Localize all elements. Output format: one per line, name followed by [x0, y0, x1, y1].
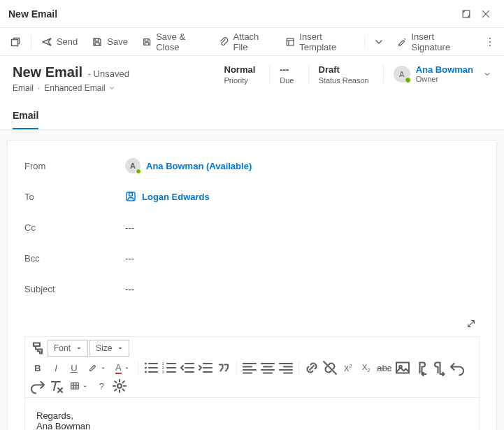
contact-icon [125, 191, 136, 202]
priority-cell[interactable]: Normal Priority [224, 64, 256, 85]
email-card: From A Ana Bowman (Available) To Logan E… [7, 140, 497, 430]
svg-point-4 [489, 41, 491, 43]
cc-row: Cc --- [24, 212, 480, 243]
undo-button[interactable] [449, 359, 466, 376]
overflow-menu-button[interactable] [480, 31, 500, 53]
attach-file-button[interactable]: Attach File [213, 31, 277, 53]
align-center-button[interactable] [259, 359, 276, 376]
owner-cell[interactable]: A Ana Bowman Owner [383, 64, 491, 83]
link-button[interactable] [303, 359, 320, 376]
rte-toolbar: Font Size B I U A 123 [25, 337, 479, 398]
form-selector[interactable]: Enhanced Email [44, 83, 115, 93]
popout-icon[interactable] [456, 4, 476, 24]
subscript-button[interactable]: X2 [358, 359, 375, 376]
svg-point-10 [145, 371, 147, 373]
outdent-button[interactable] [179, 359, 196, 376]
from-label: From [24, 161, 125, 171]
avatar-initial: A [399, 70, 404, 78]
superscript-button[interactable]: X2 [340, 359, 357, 376]
unlink-button[interactable] [322, 359, 338, 376]
save-close-label: Save & Close [156, 31, 205, 52]
svg-rect-16 [71, 383, 79, 389]
entity-label: Email [13, 83, 34, 93]
priority-label: Priority [224, 76, 256, 85]
align-left-button[interactable] [241, 359, 258, 376]
presence-dot [405, 77, 411, 83]
insert-template-more-button[interactable] [369, 31, 389, 53]
body-line: Ana Bowman [36, 421, 468, 430]
blockquote-button[interactable] [215, 359, 232, 376]
insert-template-label: Insert Template [299, 31, 354, 52]
indent-button[interactable] [197, 359, 214, 376]
align-right-button[interactable] [278, 359, 294, 376]
font-color-button[interactable]: A [111, 359, 134, 376]
font-size-label: Size [96, 343, 112, 353]
due-cell[interactable]: --- Due [269, 64, 294, 85]
bcc-value[interactable]: --- [125, 253, 480, 264]
svg-rect-2 [287, 38, 294, 45]
separator [364, 35, 365, 49]
open-record-button[interactable] [4, 31, 27, 53]
email-body-input[interactable]: Regards, Ana Bowman [25, 398, 479, 430]
send-button[interactable]: Send [36, 31, 83, 53]
redo-button[interactable] [29, 378, 46, 394]
bold-button[interactable]: B [29, 359, 46, 376]
insert-template-button[interactable]: Insert Template [280, 31, 360, 53]
rich-text-editor: Font Size B I U A 123 [24, 336, 480, 430]
body-line: Regards, [36, 410, 468, 421]
strikethrough-button[interactable]: abc [376, 359, 393, 376]
chevron-down-icon [108, 85, 115, 92]
avatar: A [394, 66, 410, 83]
avatar-initial: A [130, 162, 136, 170]
form-header: New Email - Unsaved Email Enhanced Email… [0, 56, 504, 97]
chevron-down-icon [483, 70, 491, 78]
rtl-button[interactable] [431, 359, 447, 376]
page-title: New Email [13, 64, 82, 80]
tab-email[interactable]: Email [13, 103, 38, 129]
owner-name: Ana Bowman [416, 64, 473, 75]
ltr-button[interactable] [412, 359, 429, 376]
to-name: Logan Edwards [142, 192, 210, 202]
cc-value[interactable]: --- [125, 222, 480, 233]
personalize-button[interactable] [111, 378, 128, 394]
font-size-dropdown[interactable]: Size [89, 340, 129, 357]
highlight-button[interactable] [84, 359, 110, 376]
svg-point-8 [145, 363, 147, 365]
insert-image-button[interactable] [394, 359, 411, 376]
cc-label: Cc [24, 222, 125, 233]
format-painter-button[interactable] [29, 340, 46, 357]
save-close-button[interactable]: Save & Close [136, 31, 210, 53]
form-selector-label: Enhanced Email [44, 83, 105, 93]
close-icon[interactable] [476, 4, 496, 24]
status-cell[interactable]: Draft Status Reason [308, 64, 369, 85]
owner-label: Owner [416, 75, 473, 83]
table-button[interactable] [66, 378, 92, 394]
underline-button[interactable]: U [66, 359, 82, 376]
separator [31, 35, 31, 49]
svg-point-6 [129, 193, 133, 196]
subject-label: Subject [24, 284, 125, 294]
svg-text:3: 3 [161, 370, 164, 374]
subject-value[interactable]: --- [125, 284, 480, 294]
accessibility-help-button[interactable]: ? [93, 378, 110, 394]
bullet-list-button[interactable] [143, 359, 159, 376]
insert-signature-button[interactable]: Insert Signature [391, 31, 474, 53]
to-value[interactable]: Logan Edwards [125, 191, 480, 202]
save-button[interactable]: Save [86, 31, 134, 53]
subject-row: Subject --- [24, 273, 480, 304]
unsaved-label: - Unsaved [88, 69, 129, 79]
font-family-dropdown[interactable]: Font [48, 340, 88, 357]
number-list-button[interactable]: 123 [161, 359, 178, 376]
italic-button[interactable]: I [48, 359, 64, 376]
expand-editor-button[interactable] [463, 315, 480, 332]
from-name: Ana Bowman (Available) [146, 161, 252, 171]
save-label: Save [107, 36, 128, 47]
svg-rect-1 [12, 39, 18, 45]
window-title: New Email [8, 8, 456, 20]
form-stage: From A Ana Bowman (Available) To Logan E… [0, 130, 504, 430]
clear-format-button[interactable] [48, 378, 64, 394]
from-row: From A Ana Bowman (Available) [24, 150, 480, 181]
tab-strip: Email [0, 103, 504, 130]
from-value[interactable]: A Ana Bowman (Available) [125, 158, 480, 173]
to-label: To [24, 192, 125, 202]
